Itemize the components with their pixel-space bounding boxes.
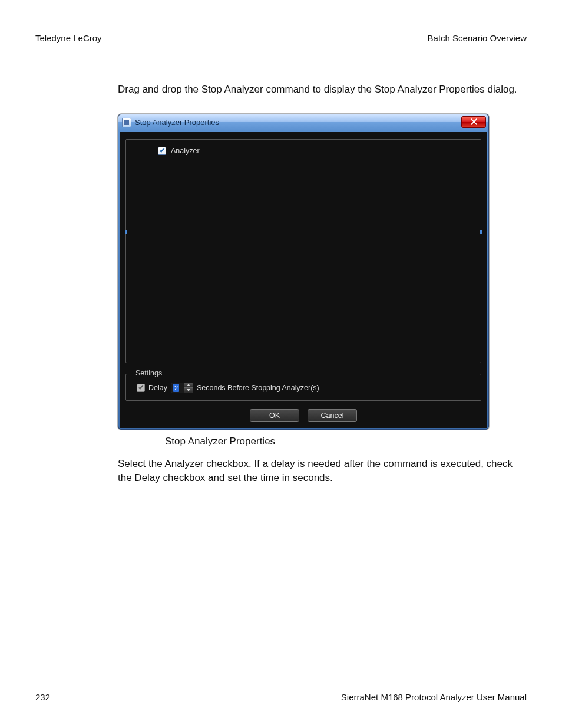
- scroll-indicator-right: [480, 230, 482, 234]
- window-frame: Stop Analyzer Properties Analyzer: [118, 114, 489, 430]
- header-rule: [35, 47, 527, 47]
- delay-label: Delay: [148, 384, 167, 392]
- close-icon: [471, 118, 477, 125]
- window-title: Stop Analyzer Properties: [135, 118, 219, 127]
- close-button[interactable]: [461, 116, 486, 128]
- spinner-down[interactable]: [184, 388, 193, 393]
- settings-legend: Settings: [132, 369, 166, 377]
- analyzer-row[interactable]: Analyzer: [158, 147, 472, 155]
- delay-spinner[interactable]: 2: [171, 383, 193, 393]
- cancel-button[interactable]: Cancel: [308, 409, 357, 422]
- chevron-up-icon: [187, 384, 190, 386]
- figure-caption: Stop Analyzer Properties: [165, 436, 527, 447]
- spinner-up[interactable]: [184, 383, 193, 388]
- after-paragraph: Select the Analyzer checkbox. If a delay…: [118, 457, 521, 486]
- page-footer: 232 SierraNet M168 Protocol Analyzer Use…: [35, 692, 527, 702]
- analyzer-label: Analyzer: [171, 147, 200, 155]
- header-left: Teledyne LeCroy: [35, 33, 102, 43]
- settings-group: Settings Delay 2 Seconds B: [125, 374, 481, 401]
- delay-suffix: Seconds Before Stopping Analyzer(s).: [197, 384, 321, 392]
- client-area: Analyzer Settings Delay 2: [120, 132, 487, 428]
- inner-frame: Analyzer Settings Delay 2: [118, 131, 488, 429]
- intro-paragraph: Drag and drop the Stop Analyzer command …: [118, 83, 521, 97]
- dialog-screenshot: Stop Analyzer Properties Analyzer: [118, 114, 489, 430]
- ok-button[interactable]: OK: [250, 409, 299, 422]
- analyzer-list-box: Analyzer: [125, 139, 481, 363]
- header-right: Batch Scenario Overview: [428, 33, 527, 43]
- manual-title: SierraNet M168 Protocol Analyzer User Ma…: [341, 692, 527, 702]
- page-number: 232: [35, 692, 50, 702]
- dialog-button-row: OK Cancel: [125, 409, 481, 422]
- delay-row: Delay 2 Seconds Before Stopping Analyzer…: [137, 383, 474, 393]
- delay-input[interactable]: 2: [171, 383, 184, 393]
- titlebar[interactable]: Stop Analyzer Properties: [118, 114, 488, 131]
- delay-checkbox[interactable]: [137, 384, 145, 392]
- analyzer-checkbox[interactable]: [158, 147, 166, 155]
- scroll-indicator-left: [125, 230, 127, 234]
- app-icon: [122, 118, 131, 127]
- chevron-down-icon: [187, 389, 190, 391]
- spinner-buttons: [184, 383, 193, 393]
- page: Teledyne LeCroy Batch Scenario Overview …: [0, 0, 562, 728]
- page-header: Teledyne LeCroy Batch Scenario Overview: [35, 33, 527, 43]
- delay-value: 2: [173, 384, 179, 392]
